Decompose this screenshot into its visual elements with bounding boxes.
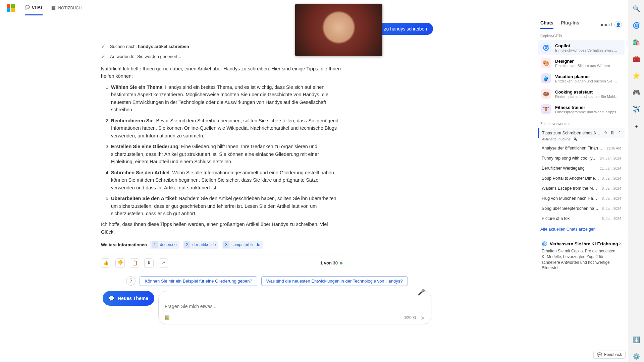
copy-button[interactable]: 📋 bbox=[130, 258, 139, 268]
share-button[interactable]: ↗ bbox=[159, 258, 168, 268]
source-num: 1 bbox=[152, 241, 158, 248]
gpt-desc: Fitnessprogramme und Wohlfühltipps bbox=[555, 110, 619, 114]
recent-item[interactable]: Picture of a fox5. Jan. 2024 bbox=[538, 214, 625, 224]
add-icon[interactable]: ＋ bbox=[631, 121, 642, 131]
recent-item[interactable]: Song über Seepferdchen namens Bubl8. Jan… bbox=[538, 203, 625, 214]
gpt-name: Copilot bbox=[555, 43, 621, 48]
source-domain: duden.de bbox=[160, 242, 177, 248]
send-button[interactable]: ➤ bbox=[421, 315, 425, 321]
recent-item[interactable]: Analyse der öffentlichen Finanzierung de… bbox=[538, 143, 625, 153]
dislike-button[interactable]: 👎 bbox=[115, 258, 125, 268]
new-topic-label: Neues Thema bbox=[118, 296, 148, 301]
download-rail-icon[interactable]: ⬇️ bbox=[631, 335, 642, 345]
gpt-desc: Ein gleichwichtiges Verhältnis zwischen … bbox=[555, 48, 619, 52]
recent-title: Song über Seepferdchen namens Bubl bbox=[542, 206, 599, 211]
chat-input-box[interactable]: 🎤 🖼️ 0/2000 ➤ bbox=[158, 291, 431, 324]
suggestion-chip[interactable]: Können Sie mir ein Beispiel für eine Gli… bbox=[140, 276, 257, 286]
search-icon[interactable]: 🔍 bbox=[631, 3, 642, 14]
tip-title: Erstellen Sie eine Gliederung bbox=[111, 144, 178, 149]
image-upload-icon[interactable]: 🖼️ bbox=[165, 315, 170, 320]
gpt-item[interactable]: 🧳 Vacation planner Entdecken, planen und… bbox=[538, 71, 625, 86]
promo-close-icon[interactable]: ✕ bbox=[619, 241, 622, 246]
tip-title: Schreiben Sie den Artikel bbox=[111, 170, 169, 175]
download-button[interactable]: ⬇ bbox=[144, 258, 154, 268]
recent-item[interactable]: Walter's Escape from the Matrix8. Jan. 2… bbox=[538, 183, 625, 193]
suggestion-chip[interactable]: Was sind die neuesten Entwicklungen in d… bbox=[261, 276, 408, 286]
status-dot-icon bbox=[340, 262, 342, 264]
tab-chat-label: CHAT bbox=[32, 5, 43, 10]
recent-title: Soup Portal to Another Dimension bbox=[542, 176, 599, 181]
recent-item[interactable]: Flug von München nach Hamburg8. Jan. 202… bbox=[538, 193, 625, 203]
recent-date: 11. Jan. 2024 bbox=[600, 166, 621, 170]
recent-date: 8. Jan. 2024 bbox=[602, 206, 621, 210]
right-rail: 🔍 🌀 🛍️ 🧰 ⭐ 🎮 ✈️ ＋ ⬇️ ⚙️ bbox=[628, 0, 644, 362]
chat-input[interactable] bbox=[165, 304, 425, 309]
new-topic-button[interactable]: 💬 Neues Thema bbox=[103, 291, 154, 306]
status-searching: ✓ Suchen nach: handys artikel schreiben bbox=[101, 43, 433, 50]
source-chip[interactable]: 2der-artikel.de bbox=[183, 241, 219, 249]
turn-counter: 1 von 30 bbox=[320, 260, 342, 266]
copilot-rail-icon[interactable]: 🌀 bbox=[631, 20, 642, 31]
copilot-pro-icon: 🌀 bbox=[542, 241, 547, 246]
new-topic-icon: 💬 bbox=[109, 296, 114, 301]
promo-text: Erhalten Sie mit Copilot Pro die neueste… bbox=[542, 248, 621, 271]
delete-icon[interactable]: 🗑 bbox=[610, 130, 615, 135]
plugin-icon: 🔌 bbox=[573, 137, 577, 141]
feedback-icon: 💬 bbox=[597, 352, 602, 357]
tab-notebook[interactable]: 📓 NOTIZBUCH bbox=[51, 0, 82, 15]
notebook-icon: 📓 bbox=[51, 6, 56, 10]
username-label: arnold bbox=[600, 22, 612, 27]
feedback-button[interactable]: 💬 Feedback bbox=[593, 351, 626, 359]
gpt-name: Fitness trainer bbox=[555, 105, 621, 110]
tab-notebook-label: NOTIZBUCH bbox=[58, 6, 82, 10]
games-icon[interactable]: 🎮 bbox=[631, 87, 642, 98]
recent-date: 24. Jan. 2024 bbox=[600, 156, 621, 160]
settings-rail-icon[interactable]: ⚙️ bbox=[631, 351, 642, 362]
star-icon[interactable]: ⭐ bbox=[631, 70, 642, 81]
send-icon[interactable]: ✈️ bbox=[631, 104, 642, 115]
recent-title: Beruflicher Werdegang bbox=[542, 166, 597, 171]
sidebar-tab-plugins[interactable]: Plug-Ins bbox=[561, 20, 579, 29]
response-outro: Ich hoffe, dass Ihnen diese Tipps helfen… bbox=[101, 221, 342, 236]
recent-item[interactable]: Beruflicher Werdegang11. Jan. 2024 bbox=[538, 163, 625, 173]
gpt-item[interactable]: 🌀 Copilot Ein gleichwichtiges Verhältnis… bbox=[538, 40, 625, 55]
like-button[interactable]: 👍 bbox=[101, 258, 110, 268]
gpt-icon: 🏋️ bbox=[541, 104, 551, 114]
shopping-icon[interactable]: 🛍️ bbox=[631, 37, 642, 48]
source-chip[interactable]: 3computerbild.de bbox=[222, 241, 263, 249]
recent-item[interactable]: Soup Portal to Another Dimension8. Jan. … bbox=[538, 173, 625, 183]
user-menu[interactable]: arnold 👤 bbox=[600, 20, 622, 29]
tab-chat[interactable]: 💬 CHAT bbox=[25, 0, 43, 15]
avatar-icon: 👤 bbox=[614, 21, 622, 28]
feedback-label: Feedback bbox=[604, 352, 622, 357]
sidebar-tab-chats[interactable]: Chats bbox=[540, 20, 553, 29]
status-searching-prefix: Suchen nach: bbox=[110, 44, 138, 49]
gpt-item[interactable]: 🏋️ Fitness trainer Fitnessprogramme und … bbox=[538, 102, 625, 117]
edit-icon[interactable]: ✎ bbox=[604, 130, 608, 135]
recent-plugins: Aktivierte Plug-Ins: 🔌 bbox=[538, 137, 625, 141]
show-all-chats[interactable]: Alle aktuellen Chats anzeigen bbox=[534, 224, 628, 235]
recent-title: Walter's Escape from the Matrix bbox=[542, 186, 599, 191]
source-num: 3 bbox=[223, 241, 229, 248]
promo-card: ✕ 🌀 Verbessern Sie Ihre KI-Erfahrung Erh… bbox=[538, 238, 625, 274]
recent-title: Picture of a fox bbox=[542, 216, 599, 221]
tip-title: Überarbeiten Sie den Artikel bbox=[111, 196, 176, 201]
gpt-desc: Finden, planen und kochen Sie Mahlzeiten bbox=[555, 95, 619, 99]
recent-date: 8. Jan. 2024 bbox=[602, 176, 621, 180]
webcam-overlay bbox=[295, 4, 382, 56]
tip-title: Recherchieren Sie bbox=[111, 118, 154, 123]
tools-icon[interactable]: 🧰 bbox=[631, 54, 642, 64]
gpt-item[interactable]: 🍩 Cooking assistant Finden, planen und k… bbox=[538, 86, 625, 102]
suggestion-help-icon[interactable]: ? bbox=[126, 276, 136, 286]
mic-icon[interactable]: 🎤 bbox=[418, 289, 425, 296]
recent-date: 8. Jan. 2024 bbox=[602, 196, 621, 200]
source-num: 2 bbox=[184, 241, 191, 248]
source-chip[interactable]: 1duden.de bbox=[150, 241, 179, 249]
gpt-item[interactable]: 🎨 Designer Erstellen von Bildern aus Wör… bbox=[538, 55, 625, 71]
microsoft-logo bbox=[7, 4, 15, 12]
chevron-up-icon[interactable]: ⌃ bbox=[618, 130, 621, 135]
section-title-recent: Zuletzt verwendete bbox=[534, 117, 628, 128]
status-generating: ✓ Antworten für Sie werden generiert... bbox=[101, 53, 433, 60]
gpt-name: Designer bbox=[555, 59, 621, 64]
recent-item[interactable]: Funny rap song with cool lyrics24. Jan. … bbox=[538, 153, 625, 163]
